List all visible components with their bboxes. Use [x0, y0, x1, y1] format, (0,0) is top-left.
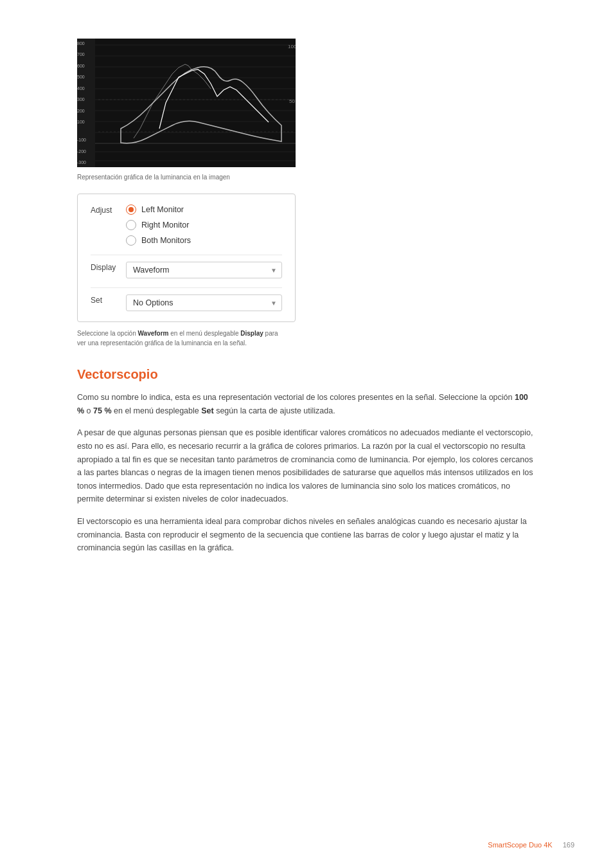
p1-text1: Como su nombre lo indica, esta es una re…: [77, 393, 515, 402]
svg-text:50: 50: [289, 98, 295, 104]
left-monitor-radio[interactable]: [126, 204, 136, 215]
both-monitors-label: Both Monitors: [141, 236, 191, 245]
image-caption: Representación gráfica de la luminancia …: [77, 174, 536, 181]
set-dropdown[interactable]: No Options: [126, 294, 282, 311]
p1-text4: según la carta de ajuste utilizada.: [214, 406, 335, 415]
display-row: Display Waveform Parade Overlay ▼: [91, 262, 282, 278]
right-monitor-label: Right Monitor: [141, 221, 189, 230]
settings-caption-text2: en el menú desplegable: [169, 330, 241, 337]
display-dropdown-wrapper: Waveform Parade Overlay ▼: [126, 262, 282, 278]
settings-caption-display-bold: Display: [240, 330, 263, 337]
right-monitor-radio[interactable]: [126, 220, 136, 230]
vectorscopio-paragraph1: Como su nombre lo indica, esta es una re…: [77, 391, 536, 417]
vectorscopio-heading: Vectorscopio: [77, 367, 536, 382]
vectorscopio-paragraph3: El vectorscopio es una herramienta ideal…: [77, 515, 536, 555]
vectorscopio-paragraph2: A pesar de que algunas personas piensan …: [77, 426, 536, 506]
display-dropdown[interactable]: Waveform Parade Overlay: [126, 262, 282, 278]
set-dropdown-wrapper: No Options ▼: [126, 294, 282, 311]
settings-caption-text1: Seleccione la opción: [77, 330, 138, 337]
settings-caption: Seleccione la opción Waveform en el menú…: [77, 329, 296, 348]
settings-box: Adjust Left Monitor Right Monitor Both M…: [77, 194, 296, 322]
set-label: Set: [91, 294, 126, 305]
footer-brand: SmartScope Duo 4K: [488, 841, 552, 849]
display-label: Display: [91, 262, 126, 272]
footer-page-number: 169: [563, 841, 574, 849]
set-row: Set No Options ▼: [91, 294, 282, 311]
svg-text:100: 100: [288, 44, 296, 50]
p1-set-bold: Set: [201, 406, 213, 415]
waveform-image: 800 700 600 500 400 300 200 100 -100 -20…: [77, 39, 296, 167]
adjust-label: Adjust: [91, 204, 126, 215]
settings-caption-waveform-bold: Waveform: [138, 330, 169, 337]
monitor-radio-group: Left Monitor Right Monitor Both Monitors: [126, 204, 191, 246]
adjust-row: Adjust Left Monitor Right Monitor Both M…: [91, 204, 282, 246]
left-monitor-label: Left Monitor: [141, 205, 184, 214]
settings-divider-2: [91, 287, 282, 288]
waveform-content: 100 50: [95, 39, 296, 167]
both-monitors-option[interactable]: Both Monitors: [126, 235, 191, 246]
left-monitor-option[interactable]: Left Monitor: [126, 204, 191, 215]
p1-text2: o: [84, 406, 93, 415]
waveform-y-labels: 800 700 600 500 400 300 200 100 -100 -20…: [77, 39, 95, 167]
right-monitor-option[interactable]: Right Monitor: [126, 220, 191, 230]
p1-75-bold: 75 %: [93, 406, 112, 415]
p1-text3: en el menú desplegable: [112, 406, 202, 415]
page-footer: SmartScope Duo 4K 169: [488, 841, 574, 849]
both-monitors-radio[interactable]: [126, 235, 136, 246]
settings-divider-1: [91, 255, 282, 255]
